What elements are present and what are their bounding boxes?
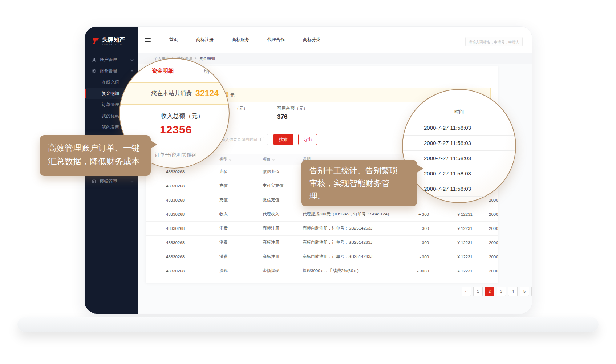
- logo: 头牌知产 TOUPAI.COM: [91, 37, 125, 45]
- nav-link[interactable]: 商标服务: [223, 37, 258, 43]
- hamburger-menu-icon[interactable]: [145, 38, 151, 42]
- cell-item: 微信充值: [263, 169, 303, 174]
- nav-link[interactable]: 商标分类: [294, 37, 329, 43]
- cell-order: 48330268: [166, 170, 219, 174]
- table-row: 48330268消费商标注册商标自助注册，订单号：SB2514263J- 300…: [146, 235, 498, 250]
- cell-item: 商标注册: [263, 254, 303, 259]
- marketing-mockup: 头牌知产 TOUPAI.COM 账户管理财务管理在线充值资金明细订单管理我的优惠…: [0, 0, 616, 364]
- balance-value: 376: [277, 113, 287, 121]
- cell-balance: ¥ 12231: [429, 240, 473, 245]
- cell-type: 消费: [219, 226, 263, 231]
- magnified-income-value: 12356: [160, 124, 192, 136]
- magnified-time-header: 时间: [403, 109, 515, 115]
- cell-time: 2000-7-27 11:58:03: [489, 255, 498, 259]
- expense-label-partial: （元）: [235, 105, 248, 112]
- cell-desc: 商标自助注册，订单号：SB2514263J: [303, 254, 393, 259]
- magnified-banner-value: 32124: [195, 89, 219, 98]
- user-icon: [92, 57, 97, 62]
- pagination-page-5[interactable]: 5: [520, 287, 529, 296]
- chevron-down-icon[interactable]: [130, 181, 134, 183]
- table-row: 48330268提现余额提现提现3000元，手续费2%(60元)- 3060¥ …: [146, 264, 498, 278]
- pagination-prev-button[interactable]: <: [462, 287, 471, 296]
- sidebar-item-label: 模板管理: [100, 178, 117, 185]
- finance-icon: [92, 69, 97, 73]
- chevron-up-icon[interactable]: [130, 70, 134, 72]
- magnified-time-rows: 2000-7-27 11:58:032000-7-27 11:58:032000…: [403, 120, 515, 197]
- header-type[interactable]: 类型: [219, 157, 263, 162]
- table-row: 48330268收入代理收入代理提成300元（ID:1245，订单号：SB451…: [146, 207, 498, 222]
- cell-type: 收入: [219, 211, 263, 217]
- magnified-time-value: 2000-7-27 11:58:03: [403, 151, 515, 166]
- nav-link[interactable]: 首页: [160, 37, 187, 43]
- brand-flag-icon: [91, 37, 100, 45]
- cell-order: 48330268: [166, 226, 219, 231]
- pagination-page-1[interactable]: 1: [473, 287, 483, 296]
- trademark-search-input[interactable]: [465, 37, 523, 46]
- search-button[interactable]: 搜索: [273, 134, 293, 145]
- table-row: 48330268消费商标注册商标自助注册，订单号：SB2514263J- 300…: [146, 250, 498, 264]
- cell-item: 商标注册: [263, 240, 303, 245]
- callout-line: 告别手工统计、告别繁琐: [309, 164, 409, 177]
- cell-item: 商标注册: [263, 226, 303, 231]
- sidebar-item[interactable]: 账户管理: [85, 54, 138, 65]
- table-row: 48330268消费商标注册商标自助注册，订单号：SB2514263J- 300…: [146, 221, 498, 236]
- cell-type: 消费: [219, 240, 263, 245]
- cell-type: 充值: [219, 197, 263, 203]
- pagination-page-3[interactable]: 3: [497, 287, 506, 296]
- sidebar-item[interactable]: 财务管理: [85, 65, 138, 77]
- magnified-tab-active: 资金明细: [152, 68, 174, 74]
- breadcrumb-item[interactable]: 资金明细: [199, 56, 215, 61]
- callout-left-text: 高效管理账户订单、一键汇总数据，降低财务成本: [40, 135, 151, 174]
- callout-right-text: 告别手工统计、告别繁琐审核，实现智能财务管理。: [301, 160, 417, 207]
- cell-type: 消费: [219, 254, 263, 259]
- nav-link[interactable]: 代理合作: [258, 37, 294, 43]
- cell-balance: ¥ 12231: [429, 269, 473, 273]
- sidebar-item-label: 账户管理: [100, 57, 117, 63]
- export-button[interactable]: 导出: [298, 134, 317, 145]
- logo-subtext: TOUPAI.COM: [102, 43, 125, 45]
- pagination-page-2[interactable]: 2: [485, 287, 494, 296]
- cell-balance: ¥ 12231: [429, 255, 473, 259]
- callout-right: 告别手工统计、告别繁琐审核，实现智能财务管理。: [301, 160, 417, 206]
- cell-order: 48330268: [166, 198, 219, 202]
- cell-item: 支付宝充值: [263, 183, 303, 189]
- cell-balance: ¥ 12231: [429, 212, 473, 217]
- magnified-banner-text: 您在本站共消费: [151, 90, 192, 97]
- sidebar-item-label: 资金明细: [102, 90, 119, 97]
- cell-desc: 商标自助注册，订单号：SB2514263J: [303, 240, 393, 245]
- pagination-page-4[interactable]: 4: [508, 287, 518, 296]
- cell-amount: - 300: [393, 240, 429, 245]
- banner-unit: 元: [230, 93, 235, 98]
- nav-link[interactable]: 商标注册: [187, 37, 223, 43]
- cell-order: 48330268: [166, 255, 219, 259]
- cell-amount: - 300: [393, 226, 429, 231]
- cell-order: 48330268: [166, 184, 219, 188]
- callout-line: 高效管理账户订单、一键: [48, 141, 143, 155]
- cell-time: 2000-7-27 11:58:03: [489, 269, 498, 273]
- cell-time: 2000-7-27 11:58:03: [489, 226, 498, 231]
- template-icon: [92, 179, 97, 184]
- stat-divider: [272, 104, 272, 120]
- cell-time: 2000-7-27 11:58:03: [489, 212, 498, 217]
- balance-label: 可用余额（元）: [277, 105, 308, 112]
- cell-order: 48330268: [166, 269, 219, 273]
- chevron-down-icon[interactable]: [130, 59, 134, 61]
- cell-desc: 提现3000元，手续费2%(60元): [303, 268, 393, 274]
- sidebar-item-label: 财务管理: [100, 68, 117, 74]
- cell-desc: 商标自助注册，订单号：SB2514263J: [303, 226, 393, 231]
- magnified-banner: 您在本站共消费 32124: [120, 82, 229, 105]
- cell-desc: 代理提成300元（ID:1245，订单号：SB45124）: [303, 211, 393, 217]
- calendar-icon[interactable]: [260, 137, 265, 142]
- sidebar-item-label: 订单管理: [102, 102, 119, 108]
- header-item[interactable]: 项目: [263, 157, 303, 162]
- logo-text: 头牌知产: [102, 37, 125, 43]
- cell-time: 2000-7-27 11:58:03: [489, 240, 498, 245]
- nav-links: 首页商标注册商标服务代理合作商标分类: [160, 37, 329, 43]
- pagination-next-button[interactable]: [531, 287, 532, 296]
- sidebar-item[interactable]: 模板管理: [85, 176, 138, 187]
- sidebar-item-label: 在线充值: [102, 79, 119, 85]
- chevron-down-icon[interactable]: [272, 159, 275, 161]
- sidebar-item-label: 我的发票: [102, 124, 119, 130]
- chevron-down-icon[interactable]: [229, 159, 232, 161]
- magnified-income-label: 收入总额（元）: [161, 112, 204, 120]
